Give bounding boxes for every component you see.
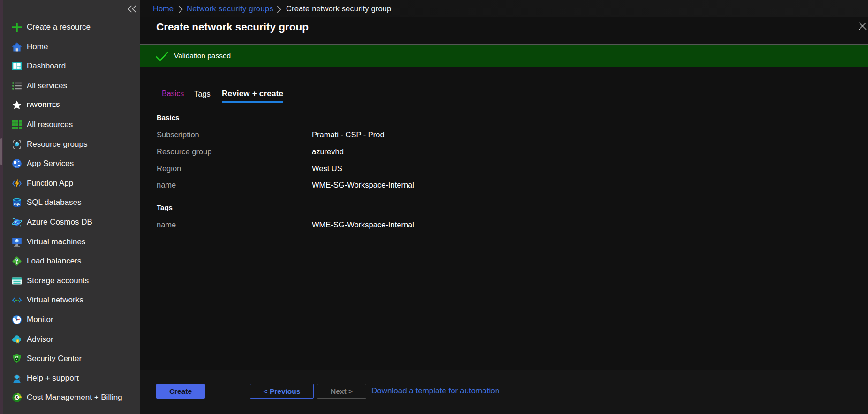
- svg-text:$: $: [15, 396, 18, 400]
- svg-text:SQL: SQL: [14, 202, 20, 206]
